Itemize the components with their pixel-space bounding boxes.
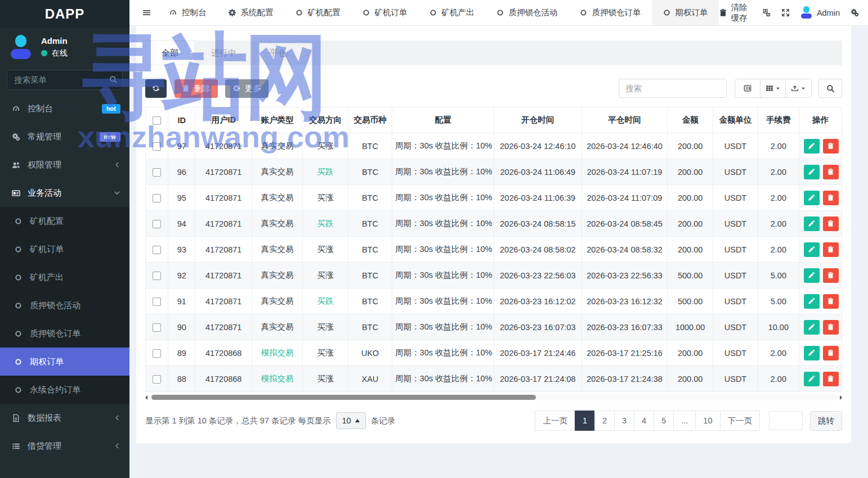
page-button-2[interactable]: 2 <box>594 411 615 431</box>
settings-gears-icon[interactable] <box>851 8 859 17</box>
refresh-button[interactable] <box>145 79 167 98</box>
sidebar-item-label: 控制台 <box>28 103 53 114</box>
tab-进行中[interactable]: 进行中 <box>195 40 253 65</box>
edit-button[interactable] <box>804 346 820 360</box>
cell-id: 92 <box>168 263 195 288</box>
scrollbar-track[interactable] <box>150 394 837 400</box>
sidebar-search-input[interactable] <box>7 70 123 90</box>
delete-row-button[interactable] <box>823 346 839 360</box>
avatar <box>8 34 34 60</box>
topnav-item[interactable]: 矿机产出 <box>418 0 485 25</box>
edit-button[interactable] <box>804 372 820 386</box>
sidebar-item[interactable]: 矿机产出 <box>0 263 129 291</box>
topnav-item[interactable]: 质押锁仓活动 <box>485 0 569 25</box>
row-checkbox[interactable] <box>153 142 161 151</box>
row-checkbox[interactable] <box>153 246 161 254</box>
sidebar-item[interactable]: 业务活动 <box>0 179 129 207</box>
sidebar-item-label: 矿机订单 <box>30 244 64 255</box>
delete-row-button[interactable] <box>823 191 839 205</box>
columns-button[interactable] <box>760 79 786 97</box>
detail-view-button[interactable] <box>735 79 760 97</box>
table-row: 9641720871真实交易买跌BTC周期：30s 收益比例：10%2026-0… <box>146 159 842 185</box>
circle-icon <box>12 217 24 226</box>
cell-operations <box>799 288 842 314</box>
delete-row-button[interactable] <box>823 294 839 309</box>
delete-row-button[interactable] <box>823 139 839 154</box>
edit-button[interactable] <box>804 217 820 231</box>
edit-button[interactable] <box>804 242 820 257</box>
edit-button[interactable] <box>804 191 820 205</box>
delete-row-button[interactable] <box>823 165 839 179</box>
jump-page-input[interactable] <box>769 411 803 430</box>
row-checkbox[interactable] <box>153 323 161 332</box>
topnav-item[interactable]: 质押锁仓订单 <box>569 0 652 25</box>
topnav-user[interactable]: Admin <box>800 6 840 20</box>
prev-page-button[interactable]: 上一页 <box>535 411 575 431</box>
tab-平仓[interactable]: 平仓 <box>253 40 302 65</box>
sidebar-item[interactable]: 矿机配置 <box>0 207 129 235</box>
topnav-item[interactable]: 矿机订单 <box>351 0 418 25</box>
gear-icon <box>232 84 240 92</box>
row-checkbox[interactable] <box>153 349 161 358</box>
page-button-10[interactable]: 10 <box>695 411 720 431</box>
translate-icon[interactable] <box>762 8 771 17</box>
sidebar-item[interactable]: 数据报表 <box>0 404 129 432</box>
page-button-3[interactable]: 3 <box>614 411 634 431</box>
edit-button[interactable] <box>804 294 820 309</box>
cell-config: 周期：30s 收益比例：10% <box>392 288 494 314</box>
cell-fee: 2.00 <box>758 211 799 237</box>
sidebar-item[interactable]: 质押锁仓订单 <box>0 319 129 348</box>
delete-row-button[interactable] <box>823 217 839 231</box>
table-row: 9341720871真实交易买涨BTC周期：30s 收益比例：10%2026-0… <box>146 237 842 263</box>
table-search-input[interactable] <box>619 79 727 98</box>
select-all-checkbox[interactable] <box>153 116 161 125</box>
edit-button[interactable] <box>804 165 820 179</box>
scrollbar-thumb[interactable] <box>151 395 536 400</box>
scroll-left-arrow-icon[interactable] <box>145 395 147 400</box>
edit-button[interactable] <box>804 268 820 283</box>
jump-button[interactable]: 跳转 <box>810 411 842 431</box>
delete-button[interactable]: 删除 <box>175 79 218 98</box>
tab-全部[interactable]: 全部 <box>145 40 195 65</box>
topnav-item[interactable]: 系统配置 <box>217 0 284 25</box>
delete-row-button[interactable] <box>823 372 839 386</box>
page-button-1[interactable]: 1 <box>575 411 595 431</box>
sidebar-item[interactable]: 期权订单 <box>0 348 129 376</box>
sidebar-item[interactable]: 权限管理 <box>0 151 129 179</box>
clear-cache-button[interactable]: 清除缓存 <box>719 2 751 24</box>
topnav-item[interactable]: 矿机配置 <box>284 0 351 25</box>
sidebar-item[interactable]: 借贷管理 <box>0 432 129 460</box>
delete-row-button[interactable] <box>823 268 839 283</box>
fullscreen-icon[interactable] <box>781 8 790 17</box>
edit-button[interactable] <box>804 320 820 335</box>
cell-id: 94 <box>168 211 195 237</box>
export-button[interactable] <box>786 79 811 97</box>
topnav-item[interactable]: 期权订单 <box>652 0 719 25</box>
sidebar-item[interactable]: 质押锁仓活动 <box>0 291 129 319</box>
page-button-5[interactable]: 5 <box>654 411 674 431</box>
edit-button[interactable] <box>804 139 820 154</box>
scroll-right-arrow-icon[interactable] <box>840 395 842 400</box>
sidebar-item[interactable]: 矿机订单 <box>0 235 129 263</box>
more-button[interactable]: 更多 <box>225 79 269 98</box>
topnav-item[interactable]: 控制台 <box>158 0 217 25</box>
page-size-dropdown[interactable]: 10 <box>336 412 366 429</box>
row-checkbox[interactable] <box>153 272 161 280</box>
page-button-4[interactable]: 4 <box>634 411 654 431</box>
row-checkbox[interactable] <box>153 194 161 202</box>
next-page-button[interactable]: 下一页 <box>720 411 760 431</box>
delete-row-button[interactable] <box>823 320 839 335</box>
row-checkbox[interactable] <box>153 375 161 384</box>
row-checkbox[interactable] <box>153 297 161 306</box>
page-button-...[interactable]: ... <box>673 411 696 431</box>
row-checkbox[interactable] <box>153 220 161 228</box>
cell-account-type: 真实交易 <box>252 211 302 237</box>
delete-row-button[interactable] <box>823 242 839 257</box>
search-button[interactable] <box>818 79 842 98</box>
row-checkbox[interactable] <box>153 168 161 177</box>
cell-id: 89 <box>168 340 195 366</box>
sidebar-item[interactable]: 永续合约订单 <box>0 376 129 404</box>
sidebar-item[interactable]: 常规管理new <box>0 123 129 151</box>
sidebar-item[interactable]: 控制台hot <box>0 94 129 123</box>
hamburger-icon[interactable] <box>135 8 158 17</box>
